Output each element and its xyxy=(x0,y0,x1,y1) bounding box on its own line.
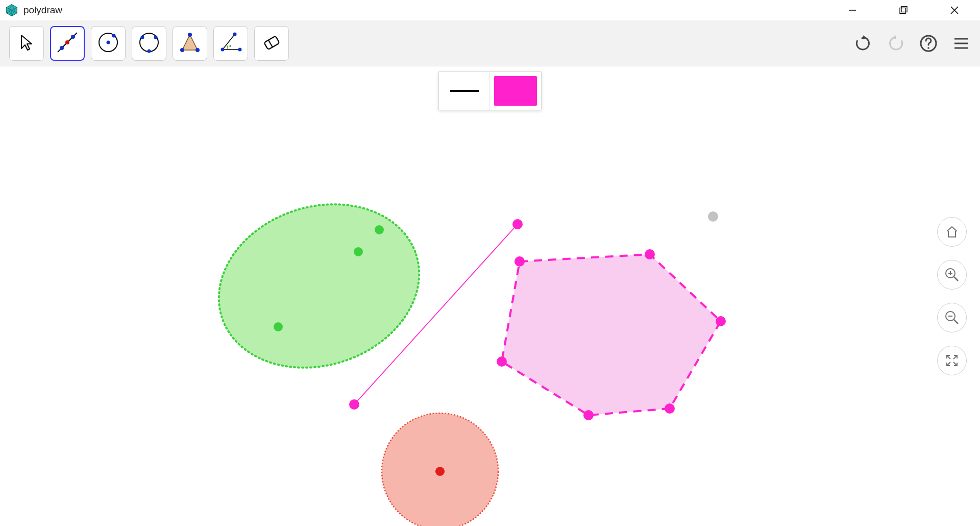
undo-button[interactable] xyxy=(853,34,873,53)
window-close-button[interactable] xyxy=(929,0,980,20)
redo-button[interactable] xyxy=(886,34,905,53)
ellipse-point[interactable] xyxy=(274,322,283,331)
zoom-out-icon xyxy=(944,310,960,325)
fill-color-button[interactable] xyxy=(490,72,541,110)
svg-rect-27 xyxy=(264,36,280,50)
fill-swatch-icon xyxy=(494,76,537,106)
stroke-preview-icon xyxy=(450,90,479,92)
cursor-icon xyxy=(16,32,37,55)
svg-marker-38 xyxy=(502,254,721,415)
toolbar-right xyxy=(853,34,971,53)
loose-point[interactable] xyxy=(708,211,718,222)
window-controls xyxy=(827,0,980,20)
stroke-style-button[interactable] xyxy=(439,72,490,110)
app-title: polydraw xyxy=(23,5,62,16)
svg-line-41 xyxy=(954,277,958,281)
svg-point-25 xyxy=(238,47,242,51)
svg-point-32 xyxy=(927,47,929,49)
polygon-vertex[interactable] xyxy=(716,316,726,326)
shape-green-ellipse[interactable] xyxy=(198,179,440,393)
svg-text:α: α xyxy=(229,43,231,48)
svg-point-24 xyxy=(221,47,225,51)
svg-point-15 xyxy=(154,35,158,39)
tool-line-button[interactable] xyxy=(50,26,85,61)
shape-red-circle[interactable] xyxy=(382,413,498,526)
svg-point-14 xyxy=(141,35,144,39)
tool-circle-3points-button[interactable] xyxy=(132,26,166,61)
angle-tool-icon: α xyxy=(217,29,244,58)
window-maximize-button[interactable] xyxy=(878,0,929,20)
titlebar-left: polydraw xyxy=(5,4,62,17)
tool-circle-center-button[interactable] xyxy=(91,26,126,61)
zoom-in-icon xyxy=(944,267,960,282)
svg-point-8 xyxy=(65,40,69,44)
fullscreen-icon xyxy=(945,353,959,368)
circle-center-icon xyxy=(95,30,121,57)
svg-point-7 xyxy=(60,46,64,50)
polygon-tool-icon xyxy=(177,30,203,57)
svg-rect-2 xyxy=(900,8,905,14)
canvas-area[interactable] xyxy=(0,66,980,526)
window-minimize-button[interactable] xyxy=(827,0,878,20)
polygon-vertex[interactable] xyxy=(514,256,525,267)
polygon-vertex[interactable] xyxy=(645,249,655,259)
svg-line-50 xyxy=(947,362,950,366)
help-button[interactable] xyxy=(919,34,938,53)
menu-button[interactable] xyxy=(951,34,971,53)
zoom-home-button[interactable] xyxy=(937,217,967,247)
style-picker xyxy=(438,71,542,110)
polygon-vertex[interactable] xyxy=(583,410,594,420)
svg-line-47 xyxy=(947,355,950,359)
toolbar: α xyxy=(0,20,980,66)
svg-point-19 xyxy=(195,48,200,52)
shape-pink-polygon[interactable] xyxy=(497,249,726,420)
svg-point-26 xyxy=(233,32,237,36)
ellipse-point[interactable] xyxy=(354,247,363,256)
circle-center-point[interactable] xyxy=(435,467,445,476)
zoom-in-button[interactable] xyxy=(937,260,967,290)
polygon-vertex[interactable] xyxy=(497,356,507,367)
eraser-icon xyxy=(260,31,283,56)
svg-marker-17 xyxy=(182,35,198,50)
tool-angle-button[interactable]: α xyxy=(213,26,248,61)
line-endpoint[interactable] xyxy=(349,399,359,410)
svg-point-16 xyxy=(148,49,151,53)
line-endpoint[interactable] xyxy=(512,219,523,229)
svg-point-36 xyxy=(198,179,440,393)
ellipse-point[interactable] xyxy=(375,225,384,234)
home-icon xyxy=(945,225,959,239)
fullscreen-button[interactable] xyxy=(937,346,967,375)
svg-point-9 xyxy=(71,35,75,39)
line-tool-icon xyxy=(55,30,80,57)
svg-line-48 xyxy=(953,355,957,359)
tool-select-button[interactable] xyxy=(9,26,44,61)
zoom-panel xyxy=(937,217,967,375)
zoom-out-button[interactable] xyxy=(937,303,967,332)
titlebar: polydraw xyxy=(0,0,980,20)
circle-3points-icon xyxy=(136,30,162,57)
svg-point-18 xyxy=(180,48,184,52)
svg-point-12 xyxy=(112,34,116,37)
svg-line-49 xyxy=(953,362,957,366)
polygon-vertex[interactable] xyxy=(665,403,675,414)
tool-eraser-button[interactable] xyxy=(254,26,289,61)
toolbar-tools: α xyxy=(9,26,289,61)
drawing-canvas[interactable] xyxy=(0,66,980,526)
tool-polygon-button[interactable] xyxy=(173,26,207,61)
svg-rect-3 xyxy=(901,7,907,12)
svg-line-45 xyxy=(954,320,958,324)
svg-point-11 xyxy=(107,40,110,44)
svg-point-20 xyxy=(188,33,192,37)
app-logo-icon xyxy=(5,4,18,17)
